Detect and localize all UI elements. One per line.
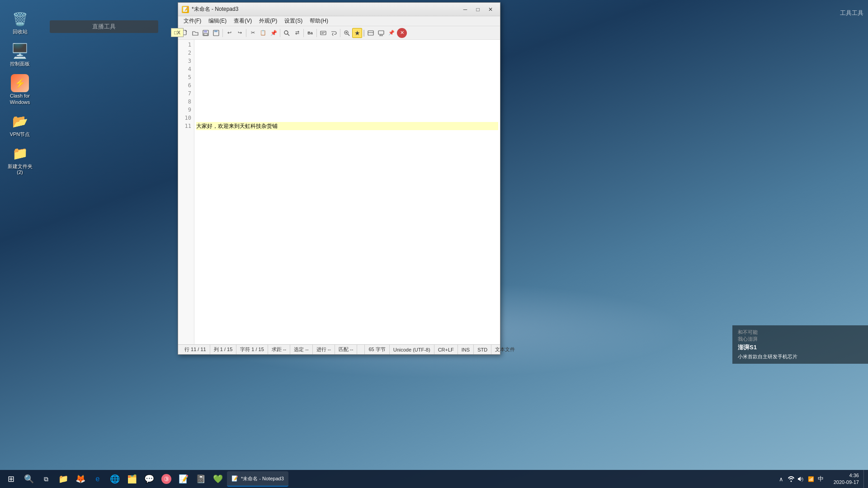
taskbar-app-wechat[interactable]: 💬 — [141, 471, 157, 487]
streaming-tool-overlay[interactable]: 直播工具 — [50, 20, 158, 33]
line-num-8: 8 — [178, 98, 194, 106]
menu-view[interactable]: 查看(V) — [230, 16, 255, 26]
window-controls: ─ □ ✕ — [459, 5, 496, 14]
desktop-icon-vpn[interactable]: 📂 VPN节点 — [4, 111, 36, 139]
status-encoding: Unicode (UTF-8) — [390, 345, 434, 354]
news-subtitle: 小米首款自主研发手机芯片 — [738, 353, 863, 360]
firefox-icon: 🦊 — [75, 474, 85, 484]
tb-replace[interactable]: ⇄ — [292, 28, 302, 38]
tb-zoom[interactable] — [342, 28, 352, 38]
desktop-icons-container: 🗑️ 回收站 🖥️ 控制面板 ⚡ Clash forWindows 📂 VPN节… — [0, 0, 36, 181]
start-button[interactable]: ⊞ — [2, 470, 20, 488]
status-bar: 行 11 / 11 列 1 / 15 字符 1 / 15 求距 -- 选定 --… — [178, 344, 500, 354]
tb-open[interactable] — [190, 28, 200, 38]
taskbar-search[interactable]: 🔍 — [21, 471, 37, 487]
close-button[interactable]: ✕ — [485, 5, 496, 14]
taskbar-app-files[interactable]: 🗂️ — [124, 471, 140, 487]
control-panel-icon: 🖥️ — [11, 42, 29, 60]
desktop-icon-recycle-bin[interactable]: 🗑️ 回收站 — [4, 8, 36, 37]
clock-date: 2020-09-17 — [834, 479, 859, 486]
desktop-icon-new-folder[interactable]: 📁 新建文件夹(2) — [4, 143, 36, 177]
line-num-6: 6 — [178, 81, 194, 89]
tray-chevron[interactable]: ∧ — [777, 474, 786, 483]
tb-save-as[interactable] — [211, 28, 221, 38]
tb-panel[interactable] — [366, 28, 376, 38]
menu-help[interactable]: 帮助(H) — [306, 16, 332, 26]
vpn-icon: 📂 — [11, 113, 29, 131]
show-desktop-button[interactable] — [863, 470, 866, 488]
editor-line-10 — [196, 114, 498, 122]
menu-appearance[interactable]: 外观(P) — [255, 16, 281, 26]
menu-file[interactable]: 文件(F) — [180, 16, 205, 26]
vpn-label: VPN节点 — [10, 131, 30, 137]
status-column: 列 1 / 15 — [210, 345, 237, 354]
notepad-window: 📝 *未命名 - Notepad3 ─ □ ✕ 文件(F) 编辑(E) 查看(V… — [178, 2, 500, 355]
tb-pin[interactable]: 📌 — [387, 28, 396, 38]
taskbar-app-3[interactable]: ③ — [158, 471, 175, 487]
tray-wifi[interactable]: 📶 — [807, 474, 816, 483]
files-icon: 🗂️ — [127, 474, 137, 484]
editor-text-area[interactable]: 大家好，欢迎来到天虹科技杂货铺 — [194, 40, 500, 344]
desktop: 直播工具 🗑️ 回收站 🖥️ 控制面板 ⚡ Clash forWindows 📂… — [0, 0, 868, 488]
tb-star[interactable]: ★ — [352, 28, 362, 38]
window-titlebar[interactable]: 📝 *未命名 - Notepad3 ─ □ ✕ — [178, 3, 500, 16]
menu-edit[interactable]: 编辑(E) — [205, 16, 230, 26]
taskbar-active-app[interactable]: 📝 *未命名 - Notepad3 — [227, 471, 288, 487]
line-num-4: 4 — [178, 65, 194, 73]
tb-paste[interactable]: 📌 — [269, 28, 278, 38]
status-row-col: 行 11 / 11 — [181, 345, 210, 354]
tb-close-doc[interactable]: ✕ — [397, 28, 407, 38]
editor-line-5 — [196, 73, 498, 81]
status-file-type: 文本文件 — [491, 345, 519, 354]
taskbar-app-explorer[interactable]: 📁 — [55, 471, 71, 487]
taskbar-app-edge[interactable]: e — [90, 471, 106, 487]
maximize-button[interactable]: □ — [472, 5, 484, 14]
editor-line-6 — [196, 81, 498, 89]
tb-comment[interactable] — [318, 28, 328, 38]
system-tray: ∧ 📶 中 — [773, 474, 829, 483]
line-numbers: 1 2 3 4 5 6 7 8 9 10 11 — [178, 40, 194, 344]
tb-save[interactable] — [201, 28, 211, 38]
desktop-overlay-right: 工具工具 — [840, 9, 863, 17]
green-icon: 💚 — [213, 474, 223, 484]
wechat-icon: 💬 — [144, 474, 154, 484]
menu-bar: 文件(F) 编辑(E) 查看(V) 外观(P) 设置(S) 帮助(H) — [178, 16, 500, 26]
menu-settings[interactable]: 设置(S) — [281, 16, 306, 26]
clock-time: 4:36 — [834, 472, 859, 479]
status-char: 字符 1 / 15 — [236, 345, 268, 354]
svg-line-7 — [288, 34, 289, 36]
tb-indent[interactable]: Ba — [305, 28, 315, 38]
tray-clock[interactable]: 4:36 2020-09-17 — [830, 472, 863, 486]
recycle-bin-icon: 🗑️ — [11, 10, 29, 28]
tray-volume[interactable] — [797, 474, 806, 483]
editor-line-9 — [196, 106, 498, 114]
line-num-5: 5 — [178, 73, 194, 81]
taskbar: ⊞ 🔍 ⧉ 📁 🦊 e 🌐 🗂️ 💬 ③ — [0, 470, 868, 488]
tb-undo[interactable]: ↩ — [224, 28, 234, 38]
taskbar-app-notepad3-active[interactable]: 📓 — [193, 471, 209, 487]
desktop-icon-control-panel[interactable]: 🖥️ 控制面板 — [4, 40, 36, 69]
notepad-window-icon: 📝 — [182, 6, 189, 13]
taskbar-app-green[interactable]: 💚 — [210, 471, 226, 487]
tb-monitor[interactable] — [376, 28, 386, 38]
minimize-button[interactable]: ─ — [459, 5, 471, 14]
editor-line-2 — [196, 49, 498, 57]
svg-line-12 — [348, 34, 349, 36]
taskbar-app-firefox[interactable]: 🦊 — [72, 471, 89, 487]
tray-network[interactable] — [787, 474, 796, 483]
desktop-icon-clash[interactable]: ⚡ Clash forWindows — [4, 72, 36, 107]
tray-ime[interactable]: 中 — [816, 474, 826, 483]
tb-copy[interactable]: 📋 — [258, 28, 268, 38]
tb-redo[interactable]: ↪ — [235, 28, 245, 38]
line-num-10: 10 — [178, 114, 194, 122]
status-cursor: 求距 -- — [268, 345, 290, 354]
taskbar-app-notes[interactable]: 📝 — [175, 471, 192, 487]
tb-wrap[interactable] — [329, 28, 339, 38]
editor-line-1 — [196, 41, 498, 49]
taskbar-task-view[interactable]: ⧉ — [38, 471, 54, 487]
chrome-icon: 🌐 — [110, 474, 120, 484]
taskbar-app-chrome[interactable]: 🌐 — [107, 471, 123, 487]
tb-cut[interactable]: ✂ — [248, 28, 258, 38]
status-ins: INS — [458, 345, 474, 354]
tb-find[interactable] — [282, 28, 292, 38]
